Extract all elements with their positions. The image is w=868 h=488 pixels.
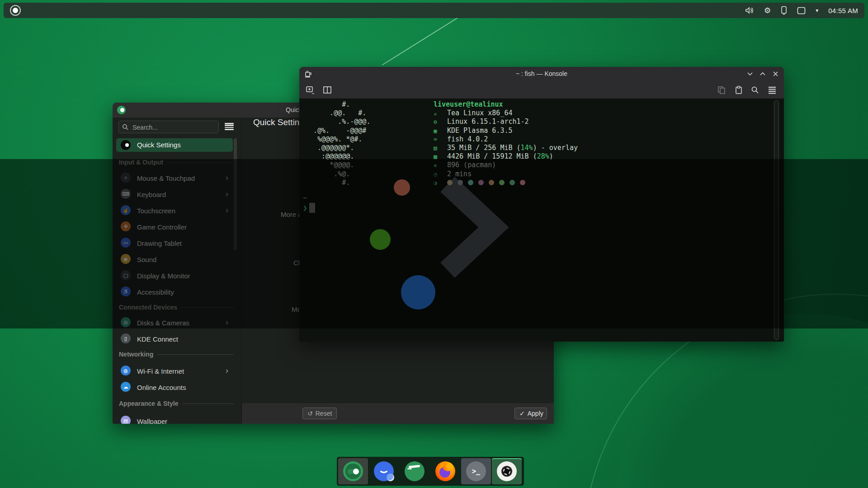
disk-icon: ▤	[434, 145, 447, 151]
decor-circle-green	[370, 229, 391, 250]
sidebar-item-wallpaper[interactable]: ▤ Wallpaper	[116, 414, 233, 424]
dock-item-konsole[interactable]: >_	[461, 458, 491, 484]
dock-item-system-settings[interactable]	[338, 458, 368, 484]
decor-circle-salmon	[394, 179, 410, 196]
uptime-icon: ◔	[434, 171, 447, 178]
sidebar-item-wifi-internet[interactable]: ◍ Wi-Fi & Internet ›	[116, 364, 233, 379]
konsole-window: ~ : fish — Konsole	[299, 67, 784, 342]
paste-icon[interactable]	[733, 84, 744, 95]
sound-icon: ◉	[121, 254, 131, 264]
konsole-window-title: ~ : fish — Konsole	[299, 70, 784, 77]
sidebar-item-drawing-tablet[interactable]: ▭ Drawing Tablet	[116, 236, 233, 251]
sidebar-item-game-controller[interactable]: ✜ Game Controller	[116, 220, 233, 235]
quick-settings-icon	[121, 140, 131, 150]
app-launcher-icon[interactable]	[10, 5, 21, 16]
settings-search-field[interactable]	[118, 121, 219, 133]
dock-item-discover[interactable]	[369, 458, 399, 484]
sidebar-item-kde-connect[interactable]: ▯ KDE Connect	[116, 332, 233, 347]
game-controller-icon: ✜	[121, 221, 131, 231]
undo-icon: ↺	[307, 410, 313, 417]
minimize-button[interactable]	[745, 69, 755, 79]
maximize-button[interactable]	[758, 69, 768, 79]
sidebar-item-online-accounts[interactable]: ☁ Online Accounts	[116, 380, 233, 395]
copy-icon[interactable]	[716, 84, 727, 95]
dock-item-screen-recorder[interactable]	[492, 458, 522, 484]
chevron-down-icon[interactable]: ▾	[816, 7, 818, 14]
screen-recorder-icon	[497, 461, 517, 481]
os-icon: ☕	[434, 110, 447, 117]
close-button[interactable]	[770, 69, 780, 79]
wallpaper-icon: ▤	[121, 416, 131, 424]
palette-icon: ◑	[434, 179, 447, 186]
dock-item-firefox[interactable]	[430, 458, 460, 484]
quick-settings-app-icon	[117, 106, 126, 114]
sidebar-item-accessibility[interactable]: ♿ Accessibility	[116, 285, 233, 300]
chevron-right-icon: ›	[226, 206, 228, 215]
system-settings-icon	[343, 461, 363, 481]
sidebar-menu-button[interactable]	[225, 123, 234, 130]
terminal-cursor	[309, 203, 315, 213]
clock[interactable]: 04:55 AM	[828, 7, 858, 14]
decor-circle-blue	[401, 275, 435, 310]
packages-icon: ◈	[434, 162, 447, 169]
sidebar-item-sound[interactable]: ◉ Sound	[116, 252, 233, 267]
display-icon: ▢	[121, 270, 131, 280]
settings-footer: ↺ Reset ✓ Apply	[242, 403, 554, 424]
shell-icon: ⌨	[434, 136, 447, 143]
sidebar-item-display-monitor[interactable]: ▢ Display & Monitor	[116, 268, 233, 284]
terminal-viewport[interactable]: #. .@@. #. .%.-@@@. .@%. -@@@# %@@@%. *@…	[299, 99, 784, 342]
top-panel: ⚙ ▾ 04:55 AM	[4, 3, 864, 18]
konsole-titlebar[interactable]: ~ : fish — Konsole	[299, 67, 784, 80]
dock-item-tea-app[interactable]	[400, 458, 429, 484]
keyboard-icon: ⌨	[121, 189, 131, 199]
chevron-right-icon: ›	[226, 318, 228, 327]
terminal-scrollbar[interactable]	[774, 100, 779, 340]
search-icon	[122, 124, 128, 130]
online-accounts-icon: ☁	[121, 382, 131, 392]
sidebar-separator	[241, 117, 242, 424]
disks-cameras-icon: ◎	[121, 317, 131, 327]
discover-icon	[374, 461, 394, 481]
gear-icon[interactable]: ⚙	[764, 7, 771, 14]
sidebar-item-touchscreen[interactable]: ☝ Touchscreen ›	[116, 203, 233, 219]
sidebar-scrollbar[interactable]	[234, 138, 237, 250]
touchscreen-icon: ☝	[121, 205, 131, 215]
display-icon[interactable]	[797, 7, 806, 14]
accessibility-icon: ♿	[121, 286, 131, 296]
search-icon[interactable]	[750, 84, 760, 95]
desktop-environment-icon: ▣	[434, 127, 447, 134]
wallpaper-diagonal-line	[382, 17, 459, 66]
new-tab-icon[interactable]	[305, 84, 316, 95]
apply-button[interactable]: ✓ Apply	[514, 408, 547, 419]
firefox-icon	[435, 461, 455, 481]
chevron-right-icon: ›	[226, 189, 228, 199]
fastfetch-info: liveuser@tealinux ☕Tea Linux x86_64 ⚙Lin…	[434, 100, 669, 187]
decor-chevron-shape	[435, 171, 534, 279]
content-text-fragment: More a	[281, 211, 302, 218]
sidebar-item-mouse-touchpad[interactable]: ○ Mouse & Touchpad ›	[116, 171, 233, 186]
chevron-right-icon: ›	[226, 173, 228, 183]
split-view-icon[interactable]	[322, 84, 333, 95]
wifi-icon: ◍	[121, 366, 131, 375]
kernel-icon: ⚙	[434, 118, 447, 125]
volume-icon[interactable]	[745, 7, 754, 14]
dock: >_	[337, 457, 524, 486]
section-networking: Networking	[119, 351, 234, 358]
tea-app-icon	[405, 461, 425, 481]
memory-icon: ▦	[434, 153, 447, 160]
fastfetch-color-palette: ◑	[434, 178, 669, 187]
sidebar-item-keyboard[interactable]: ⌨ Keyboard ›	[116, 187, 233, 202]
check-icon: ✓	[519, 410, 525, 417]
prompt-cwd: ~	[303, 194, 307, 202]
fastfetch-ascii-logo: #. .@@. #. .%.-@@@. .@%. -@@@# %@@@%. *@…	[313, 100, 370, 187]
phone-icon[interactable]	[781, 6, 787, 15]
reset-button[interactable]: ↺ Reset	[302, 408, 337, 419]
sidebar-item-quick-settings[interactable]: Quick Settings	[116, 138, 233, 152]
kde-connect-icon: ▯	[121, 333, 131, 343]
mouse-icon: ○	[121, 173, 131, 183]
sidebar-item-disks-cameras[interactable]: ◎ Disks & Cameras ›	[116, 315, 233, 331]
search-input[interactable]	[132, 122, 217, 132]
hamburger-menu-icon[interactable]	[767, 84, 778, 95]
konsole-toolbar	[299, 80, 784, 99]
prompt-symbol: ❯	[303, 204, 307, 212]
